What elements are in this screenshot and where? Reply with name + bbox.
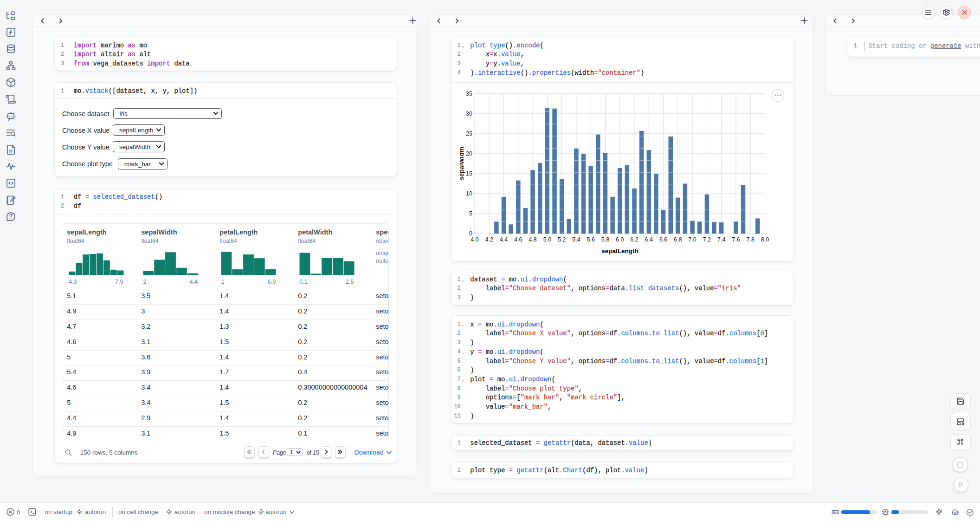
svg-text:8.0: 8.0 — [761, 236, 769, 243]
svg-text:6.0: 6.0 — [616, 236, 624, 243]
svg-text:6.8: 6.8 — [674, 236, 682, 243]
svg-text:6.2: 6.2 — [630, 236, 638, 243]
svg-text:5.0: 5.0 — [543, 236, 551, 243]
svg-text:0: 0 — [469, 230, 472, 237]
svg-text:7.4: 7.4 — [717, 236, 725, 243]
svg-text:5.6: 5.6 — [587, 236, 594, 243]
svg-text:5.2: 5.2 — [558, 236, 566, 243]
svg-text:7.6: 7.6 — [732, 236, 740, 243]
svg-text:5: 5 — [469, 210, 472, 217]
svg-text:7.8: 7.8 — [746, 236, 754, 243]
svg-text:30: 30 — [466, 110, 472, 117]
svg-text:5.8: 5.8 — [601, 236, 609, 243]
svg-text:sepalLength: sepalLength — [601, 247, 638, 254]
svg-text:4.6: 4.6 — [514, 236, 522, 243]
svg-text:35: 35 — [466, 90, 472, 97]
svg-text:10: 10 — [466, 190, 472, 197]
svg-text:4.8: 4.8 — [529, 236, 536, 243]
svg-text:4.2: 4.2 — [485, 236, 493, 243]
svg-text:15: 15 — [466, 170, 472, 177]
svg-text:4.0: 4.0 — [471, 236, 478, 243]
svg-text:7.2: 7.2 — [703, 236, 711, 243]
svg-text:20: 20 — [466, 150, 472, 157]
svg-text:25: 25 — [466, 130, 472, 137]
svg-text:5.4: 5.4 — [572, 236, 580, 243]
svg-text:sepalWidth: sepalWidth — [460, 147, 465, 180]
svg-text:4.4: 4.4 — [500, 236, 508, 243]
svg-text:6.6: 6.6 — [659, 236, 667, 243]
svg-text:7.0: 7.0 — [688, 236, 696, 243]
svg-text:6.4: 6.4 — [645, 236, 652, 243]
